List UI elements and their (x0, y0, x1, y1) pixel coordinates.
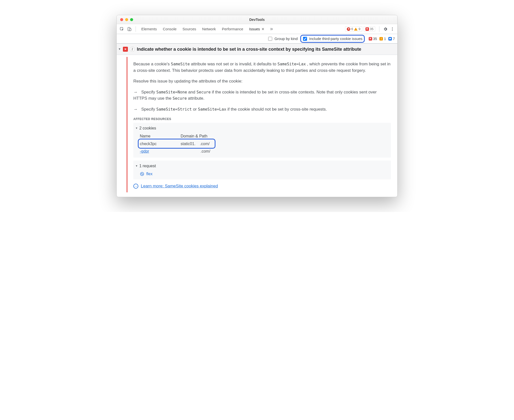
warnings-count: 1 (384, 37, 386, 41)
group-by-kind-input[interactable] (268, 37, 272, 41)
issue-paragraph: Because a cookie's SameSite attribute wa… (133, 61, 391, 74)
issue-severity-icon: ✕ (123, 47, 128, 52)
issues-kind-counts: ✕ 35 ! 1 7 (369, 37, 395, 41)
learn-more-link[interactable]: Learn more: SameSite cookies explained (141, 183, 218, 189)
code-samesite: SameSite (171, 62, 190, 66)
tab-elements[interactable]: Elements (138, 24, 160, 34)
device-toolbar-icon[interactable] (127, 27, 132, 31)
tab-label: Performance (222, 27, 243, 31)
code-secure: Secure (173, 96, 187, 101)
include-third-party-checkbox[interactable]: Include third-party cookie issues (300, 35, 365, 43)
cookie-name-link[interactable]: -gdpr (140, 148, 180, 154)
col-name: Name (140, 133, 180, 139)
error-icon: ✕ (369, 37, 372, 41)
code-samesite-strict: SameSite=Strict (156, 107, 192, 112)
svg-point-3 (392, 27, 393, 28)
issue-row[interactable]: ▼ ✕ 2 Indicate whether a cookie is inten… (117, 43, 397, 55)
more-tabs-icon[interactable] (267, 27, 275, 31)
requests-header: 1 request (139, 163, 156, 169)
tab-issues[interactable]: Issues ✕ (246, 24, 267, 34)
affected-cookies-block: ▼ 2 cookies Name Domain & Path check3pc … (133, 123, 391, 158)
error-count: 6 (351, 27, 353, 31)
inspect-icon[interactable] (120, 27, 124, 31)
include-third-party-input[interactable] (303, 37, 307, 41)
tab-label: Elements (141, 27, 157, 31)
expand-toggle-icon[interactable]: ▼ (135, 127, 138, 129)
tab-label: Console (163, 27, 177, 31)
cookie-row[interactable]: check3pc static01. .com/ (140, 140, 388, 148)
tab-performance[interactable]: Performance (219, 24, 246, 34)
titlebar: DevTools (117, 15, 397, 24)
cookie-domain: static01. .com/ (181, 141, 388, 147)
cookie-row[interactable]: -gdpr .com/ (140, 148, 388, 155)
code-samesite-none: SameSite=None (156, 90, 187, 94)
issue-bullet: Specify SameSite=Strict or SameSite=Lax … (133, 106, 391, 113)
group-by-kind-label: Group by kind (274, 37, 298, 41)
issues-filter-bar: Group by kind Include third-party cookie… (117, 34, 397, 43)
code-secure: Secure (197, 90, 211, 94)
issue-title: Indicate whether a cookie is intended to… (137, 46, 361, 52)
tab-sources[interactable]: Sources (180, 24, 199, 34)
issues-error-count: 35 (370, 27, 373, 31)
window-title: DevTools (117, 18, 397, 22)
request-name: flex (146, 171, 153, 177)
col-domain: Domain & Path (181, 133, 388, 139)
code-samesite-lax: SameSite=Lax (198, 107, 226, 112)
main-toolbar: Elements Console Sources Network Perform… (117, 24, 397, 34)
expand-toggle-icon[interactable]: ▼ (135, 165, 138, 167)
error-icon: ✕ (347, 27, 350, 31)
code-samesite-lax: SameSite=Lax (277, 62, 306, 66)
tab-label: Network (202, 27, 216, 31)
issue-bullet: Specify SameSite=None and Secure if the … (133, 89, 391, 102)
issue-detail: Because a cookie's SameSite attribute wa… (127, 57, 397, 192)
info-icon (388, 37, 392, 41)
cookies-toggle[interactable]: ▼ 2 cookies (135, 124, 388, 132)
more-options-icon[interactable] (389, 27, 396, 31)
cookies-header: 2 cookies (139, 125, 156, 131)
warning-icon (354, 28, 358, 31)
learn-more-row[interactable]: → Learn more: SameSite cookies explained (133, 183, 391, 189)
cookie-name: check3pc (140, 141, 180, 147)
expand-toggle-icon[interactable]: ▼ (118, 46, 121, 50)
svg-point-5 (392, 30, 393, 31)
group-by-kind-checkbox[interactable]: Group by kind (267, 36, 298, 42)
svg-point-6 (140, 172, 144, 176)
console-error-warning-chip[interactable]: ✕ 6 9 (345, 26, 362, 32)
tab-label: Issues (249, 27, 260, 31)
affected-resources-label: AFFECTED RESOURCES (133, 117, 391, 121)
info-count: 7 (393, 37, 395, 41)
issue-paragraph: Resolve this issue by updating the attri… (133, 78, 391, 84)
tab-network[interactable]: Network (199, 24, 219, 34)
warning-count: 9 (359, 27, 360, 31)
requests-toggle[interactable]: ▼ 1 request (135, 162, 388, 170)
affected-requests-block: ▼ 1 request flex (133, 161, 391, 179)
cookie-domain: .com/ (181, 148, 388, 154)
issue-count-badge: 2 (130, 47, 135, 52)
errors-count: 35 (373, 37, 377, 41)
request-row[interactable]: flex (135, 170, 388, 177)
svg-rect-2 (129, 28, 131, 31)
tab-label: Sources (183, 27, 196, 31)
issues-error-icon: ✕ (365, 27, 369, 31)
network-icon (140, 172, 144, 176)
cookies-table: Name Domain & Path check3pc static01. .c… (140, 133, 388, 155)
learn-more-icon: → (133, 184, 138, 189)
include-third-party-label: Include third-party cookie issues (309, 37, 362, 41)
svg-point-4 (392, 29, 393, 29)
issues-chip[interactable]: ✕ 35 (364, 26, 375, 32)
close-tab-icon[interactable]: ✕ (261, 27, 264, 31)
settings-icon[interactable] (382, 27, 389, 31)
devtools-window: DevTools Elements Console Sources Networ… (116, 15, 398, 197)
warning-icon: ! (379, 37, 383, 41)
tab-console[interactable]: Console (160, 24, 180, 34)
